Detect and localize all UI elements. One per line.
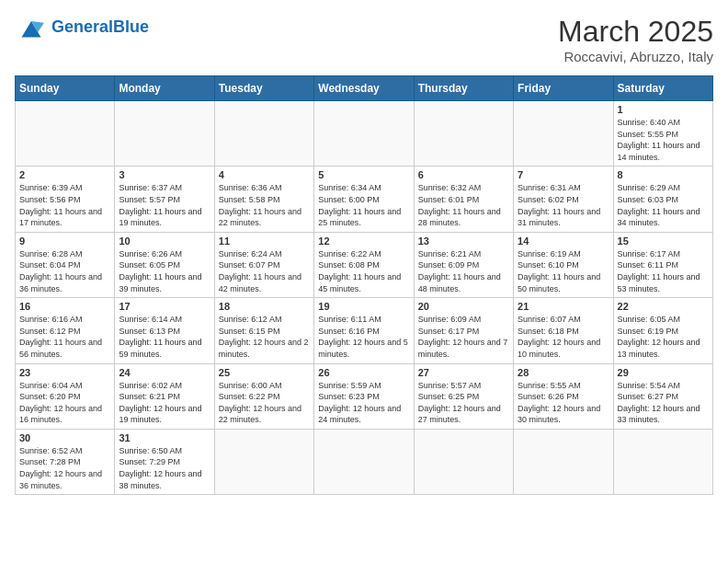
day-number: 5 xyxy=(318,169,409,180)
day-info: Sunrise: 6:19 AM Sunset: 6:10 PM Dayligh… xyxy=(518,248,609,294)
day-cell: 8Sunrise: 6:29 AM Sunset: 6:03 PM Daylig… xyxy=(613,167,712,232)
day-info: Sunrise: 5:59 AM Sunset: 6:23 PM Dayligh… xyxy=(318,380,409,426)
day-cell: 29Sunrise: 5:54 AM Sunset: 6:27 PM Dayli… xyxy=(613,363,712,429)
logo-icon xyxy=(15,15,48,40)
day-number: 6 xyxy=(418,169,509,180)
day-cell: 18Sunrise: 6:12 AM Sunset: 6:15 PM Dayli… xyxy=(214,298,313,363)
day-info: Sunrise: 6:26 AM Sunset: 6:05 PM Dayligh… xyxy=(119,248,210,294)
day-cell: 10Sunrise: 6:26 AM Sunset: 6:05 PM Dayli… xyxy=(115,232,214,297)
day-info: Sunrise: 5:55 AM Sunset: 6:26 PM Dayligh… xyxy=(518,380,609,426)
day-info: Sunrise: 6:12 AM Sunset: 6:15 PM Dayligh… xyxy=(219,314,310,360)
day-info: Sunrise: 6:39 AM Sunset: 5:56 PM Dayligh… xyxy=(19,182,110,228)
week-row-5: 23Sunrise: 6:04 AM Sunset: 6:20 PM Dayli… xyxy=(16,363,713,429)
day-info: Sunrise: 6:07 AM Sunset: 6:18 PM Dayligh… xyxy=(518,314,609,360)
day-cell xyxy=(514,101,613,167)
day-cell: 15Sunrise: 6:17 AM Sunset: 6:11 PM Dayli… xyxy=(613,232,712,297)
page-header: GeneralBlue March 2025 Roccavivi, Abruzz… xyxy=(15,15,713,64)
day-cell: 17Sunrise: 6:14 AM Sunset: 6:13 PM Dayli… xyxy=(115,298,214,363)
day-cell: 19Sunrise: 6:11 AM Sunset: 6:16 PM Dayli… xyxy=(314,298,414,363)
day-cell: 20Sunrise: 6:09 AM Sunset: 6:17 PM Dayli… xyxy=(414,298,513,363)
day-cell xyxy=(514,429,613,494)
day-info: Sunrise: 6:00 AM Sunset: 6:22 PM Dayligh… xyxy=(219,380,310,426)
day-cell: 2Sunrise: 6:39 AM Sunset: 5:56 PM Daylig… xyxy=(16,167,115,232)
day-cell: 26Sunrise: 5:59 AM Sunset: 6:23 PM Dayli… xyxy=(314,363,414,429)
day-number: 24 xyxy=(119,367,210,378)
day-number: 1 xyxy=(618,104,709,115)
day-info: Sunrise: 6:37 AM Sunset: 5:57 PM Dayligh… xyxy=(119,182,210,228)
day-cell xyxy=(414,101,513,167)
day-number: 30 xyxy=(19,432,110,443)
day-info: Sunrise: 6:28 AM Sunset: 6:04 PM Dayligh… xyxy=(19,248,110,294)
day-number: 23 xyxy=(19,367,110,378)
day-cell xyxy=(613,429,712,494)
day-cell: 6Sunrise: 6:32 AM Sunset: 6:01 PM Daylig… xyxy=(414,167,513,232)
week-row-6: 30Sunrise: 6:52 AM Sunset: 7:28 PM Dayli… xyxy=(16,429,713,494)
day-cell: 11Sunrise: 6:24 AM Sunset: 6:07 PM Dayli… xyxy=(214,232,313,297)
day-number: 10 xyxy=(119,236,210,247)
day-cell: 9Sunrise: 6:28 AM Sunset: 6:04 PM Daylig… xyxy=(16,232,115,297)
day-cell xyxy=(214,429,313,494)
day-number: 26 xyxy=(318,367,409,378)
day-info: Sunrise: 6:04 AM Sunset: 6:20 PM Dayligh… xyxy=(19,380,110,426)
day-info: Sunrise: 6:36 AM Sunset: 5:58 PM Dayligh… xyxy=(219,182,310,228)
day-cell: 28Sunrise: 5:55 AM Sunset: 6:26 PM Dayli… xyxy=(514,363,613,429)
month-year: March 2025 xyxy=(558,15,713,49)
day-number: 29 xyxy=(618,367,709,378)
day-cell: 22Sunrise: 6:05 AM Sunset: 6:19 PM Dayli… xyxy=(613,298,712,363)
day-cell: 24Sunrise: 6:02 AM Sunset: 6:21 PM Dayli… xyxy=(115,363,214,429)
day-number: 19 xyxy=(318,301,409,312)
day-info: Sunrise: 6:11 AM Sunset: 6:16 PM Dayligh… xyxy=(318,314,409,360)
day-number: 25 xyxy=(219,367,310,378)
day-number: 18 xyxy=(219,301,310,312)
weekday-thursday: Thursday xyxy=(414,76,513,101)
weekday-wednesday: Wednesday xyxy=(314,76,414,101)
day-info: Sunrise: 6:05 AM Sunset: 6:19 PM Dayligh… xyxy=(618,314,709,360)
day-cell: 25Sunrise: 6:00 AM Sunset: 6:22 PM Dayli… xyxy=(214,363,313,429)
day-cell: 3Sunrise: 6:37 AM Sunset: 5:57 PM Daylig… xyxy=(115,167,214,232)
day-number: 3 xyxy=(119,169,210,180)
week-row-4: 16Sunrise: 6:16 AM Sunset: 6:12 PM Dayli… xyxy=(16,298,713,363)
day-info: Sunrise: 6:31 AM Sunset: 6:02 PM Dayligh… xyxy=(518,182,609,228)
day-cell: 13Sunrise: 6:21 AM Sunset: 6:09 PM Dayli… xyxy=(414,232,513,297)
day-number: 12 xyxy=(318,236,409,247)
day-cell xyxy=(414,429,513,494)
day-info: Sunrise: 6:40 AM Sunset: 5:55 PM Dayligh… xyxy=(618,117,709,163)
logo-blue: Blue xyxy=(113,17,149,36)
day-cell xyxy=(314,101,414,167)
week-row-3: 9Sunrise: 6:28 AM Sunset: 6:04 PM Daylig… xyxy=(16,232,713,297)
day-cell: 16Sunrise: 6:16 AM Sunset: 6:12 PM Dayli… xyxy=(16,298,115,363)
day-info: Sunrise: 6:09 AM Sunset: 6:17 PM Dayligh… xyxy=(418,314,509,360)
day-info: Sunrise: 6:32 AM Sunset: 6:01 PM Dayligh… xyxy=(418,182,509,228)
day-cell: 23Sunrise: 6:04 AM Sunset: 6:20 PM Dayli… xyxy=(16,363,115,429)
weekday-header-row: SundayMondayTuesdayWednesdayThursdayFrid… xyxy=(16,76,713,101)
day-info: Sunrise: 6:24 AM Sunset: 6:07 PM Dayligh… xyxy=(219,248,310,294)
logo: GeneralBlue xyxy=(15,15,149,40)
day-number: 11 xyxy=(219,236,310,247)
day-cell: 21Sunrise: 6:07 AM Sunset: 6:18 PM Dayli… xyxy=(514,298,613,363)
day-number: 28 xyxy=(518,367,609,378)
weekday-monday: Monday xyxy=(115,76,214,101)
weekday-friday: Friday xyxy=(514,76,613,101)
day-cell xyxy=(214,101,313,167)
day-number: 4 xyxy=(219,169,310,180)
day-number: 16 xyxy=(19,301,110,312)
day-number: 13 xyxy=(418,236,509,247)
day-info: Sunrise: 6:21 AM Sunset: 6:09 PM Dayligh… xyxy=(418,248,509,294)
day-info: Sunrise: 6:14 AM Sunset: 6:13 PM Dayligh… xyxy=(119,314,210,360)
day-number: 14 xyxy=(518,236,609,247)
day-info: Sunrise: 6:22 AM Sunset: 6:08 PM Dayligh… xyxy=(318,248,409,294)
location: Roccavivi, Abruzzo, Italy xyxy=(558,49,713,64)
day-cell: 1Sunrise: 6:40 AM Sunset: 5:55 PM Daylig… xyxy=(613,101,712,167)
day-number: 2 xyxy=(19,169,110,180)
day-cell xyxy=(16,101,115,167)
day-cell: 30Sunrise: 6:52 AM Sunset: 7:28 PM Dayli… xyxy=(16,429,115,494)
day-info: Sunrise: 6:17 AM Sunset: 6:11 PM Dayligh… xyxy=(618,248,709,294)
week-row-2: 2Sunrise: 6:39 AM Sunset: 5:56 PM Daylig… xyxy=(16,167,713,232)
weekday-tuesday: Tuesday xyxy=(214,76,313,101)
day-cell xyxy=(314,429,414,494)
day-cell xyxy=(115,101,214,167)
day-info: Sunrise: 5:54 AM Sunset: 6:27 PM Dayligh… xyxy=(618,380,709,426)
day-info: Sunrise: 6:16 AM Sunset: 6:12 PM Dayligh… xyxy=(19,314,110,360)
day-cell: 7Sunrise: 6:31 AM Sunset: 6:02 PM Daylig… xyxy=(514,167,613,232)
day-info: Sunrise: 6:29 AM Sunset: 6:03 PM Dayligh… xyxy=(618,182,709,228)
